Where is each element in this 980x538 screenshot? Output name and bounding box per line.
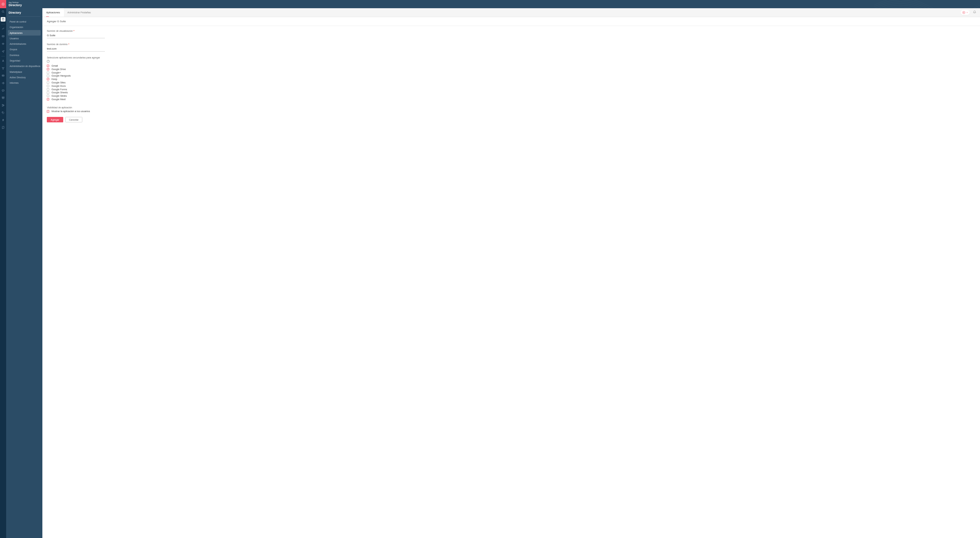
sidebar-item-organización[interactable]: Organización [8,25,41,30]
sidebar-section-title: Directory [8,11,40,14]
rail-card[interactable] [0,72,6,80]
rail-directory[interactable] [0,15,6,23]
subapp-label: Google Forms [52,88,67,91]
subapp-keep[interactable]: Keep [47,78,975,81]
mail-icon [1,34,5,39]
sidebar-item-administración-de-dispositivos[interactable]: Administración de dispositivos [8,64,41,69]
left-rail [0,0,6,538]
play-loop-icon [962,11,965,14]
add-button[interactable]: Agregar [47,117,63,123]
rail-tag[interactable] [0,109,6,116]
sub-apps-group: Seleccione aplicaciones secundarias para… [47,56,121,62]
book-icon [1,125,5,129]
breadcrumb: Agregar G Suite [47,20,65,23]
visibility-option-label: Mostrar la aplicación a los usuarios [52,110,90,113]
nodes-icon [1,103,5,107]
funnel-icon [1,66,5,70]
checkbox-icon [47,85,49,87]
rail-send[interactable] [0,48,6,55]
sidebar-item-informes[interactable]: Informes [8,80,41,86]
checkbox-icon [47,95,49,97]
svg-point-1 [2,11,4,12]
rail-draw[interactable] [0,57,6,65]
subapp-google-drive[interactable]: Google Drive [47,67,975,71]
tab-aplicaciones[interactable]: Aplicaciones [42,8,64,17]
subapp-google-sheets[interactable]: Google Sheets [47,91,975,94]
subapp-label: Gmail [52,64,58,67]
svg-point-7 [2,76,3,76]
rail-announce[interactable] [0,79,6,87]
sidebar-item-seguridad[interactable]: Seguridad [8,58,41,63]
cancel-button[interactable]: Cancelar [65,117,82,123]
sidebar-item-marketplace[interactable]: Marketplace [8,69,41,75]
subapp-googleplus[interactable]: Google+ [47,71,975,74]
header-title: Directory [8,3,40,7]
display-name-input[interactable] [47,33,105,38]
checkbox-icon [47,72,49,74]
visibility-option[interactable]: Mostrar la aplicación a los usuarios [47,110,975,113]
subapp-gmail[interactable]: Gmail [47,64,975,68]
subapp-google-hangouts[interactable]: Google Hangouts [47,74,975,78]
svg-point-10 [2,104,3,105]
subapp-label: Google Hangouts [52,74,71,77]
rail-dashboard[interactable] [0,25,6,33]
bolt-icon [1,118,5,123]
subapp-label: Google Meet [52,98,65,101]
domain-name-input[interactable] [47,46,105,52]
checkbox-icon [47,88,49,91]
svg-rect-3 [2,35,4,37]
quick-action-dropdown[interactable] [961,10,970,15]
notifications-button[interactable] [973,10,976,14]
close-button[interactable] [0,0,6,8]
sidebar-item-dominios[interactable]: Dominios [8,52,41,58]
subapp-label: Google+ [52,71,61,74]
tab-administrar-pestañas[interactable]: Administrar Pestañas [64,8,95,17]
help-icon[interactable]: ? [47,60,49,62]
svg-point-12 [2,106,3,106]
search-icon [1,10,5,14]
rail-filter[interactable] [0,65,6,72]
rail-divider [2,56,5,56]
rail-chat[interactable] [0,87,6,94]
checkbox-icon [47,78,49,80]
rail-eye[interactable] [0,40,6,48]
dashboard-icon [1,27,5,31]
rail-book[interactable] [0,124,6,131]
subapp-google-docs[interactable]: Google Docs [47,84,975,88]
checkbox-icon [47,98,49,100]
sidebar-item-usuarios[interactable]: Usuarios [8,35,41,41]
bell-icon [973,10,976,14]
sidebar-item-aplicaciones[interactable]: Aplicaciones [8,30,41,35]
rail-search[interactable] [0,8,6,16]
megaphone-icon [1,81,5,85]
checkbox-icon [47,81,49,84]
sidebar-item-panel-de-control[interactable]: Panel de control [8,19,41,24]
tabs-row: AplicacionesAdministrar Pestañas [42,8,980,17]
subapp-google-sites[interactable]: Google Sites [47,81,975,84]
sidebar-item-administradores[interactable]: Administradores [8,41,41,47]
app-header: App Settings Directory [6,0,42,8]
sidebar-item-active-directory[interactable]: Active Directory [8,75,41,80]
checkbox-icon [47,65,49,67]
form: Nombre de visualización* Nombre de domin… [42,26,980,126]
button-row: Agregar Cancelar [47,117,975,123]
subapp-google-meet[interactable]: Google Meet [47,98,975,101]
svg-point-13 [2,112,3,113]
breadcrumb-row: Agregar G Suite [42,17,980,25]
directory-icon [1,17,5,22]
display-name-group: Nombre de visualización* [47,30,105,38]
subapp-google-slides[interactable]: Google Slides [47,94,975,98]
checkbox-icon [47,110,49,113]
visibility-group: Visibilidad de aplicación Mostrar la apl… [47,106,975,113]
checkbox-icon [47,91,49,94]
rail-flow[interactable] [0,102,6,109]
subapp-google-forms[interactable]: Google Forms [47,88,975,91]
rail-archive[interactable] [0,94,6,102]
rail-mail[interactable] [0,32,6,40]
rail-bolt[interactable] [0,116,6,124]
sidebar-item-grupos[interactable]: Grupos [8,47,41,52]
id-card-icon [1,73,5,78]
domain-name-label: Nombre de dominio* [47,43,105,45]
subapp-label: Google Docs [52,84,66,88]
send-icon [1,49,5,53]
